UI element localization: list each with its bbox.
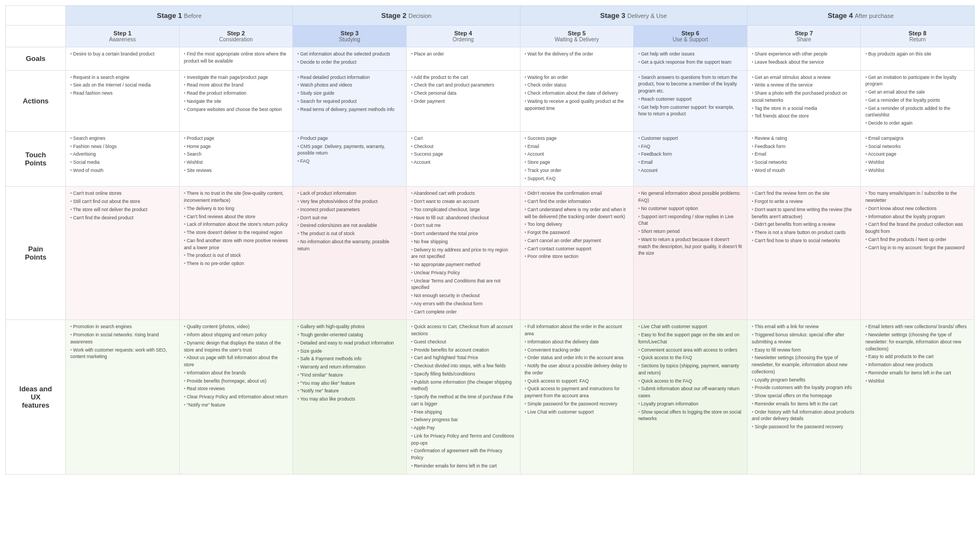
- list-item: Can't understand where is my order and w…: [525, 206, 629, 220]
- list-item: Feedback form: [638, 151, 743, 158]
- cell-content-ideas-step4: Quick access to Cart, Checkout from all …: [411, 323, 516, 469]
- list-item: Dynamic design that displays the status …: [184, 340, 289, 354]
- list-item: Social media: [70, 159, 175, 166]
- cell-touchpoints-step7: Review & ratingFeedback formEmailSocial …: [747, 131, 861, 187]
- stage-1-header: Stage 1 Before: [66, 6, 293, 26]
- list-item: Get an email stimulus about a review: [752, 74, 856, 81]
- list-item: Order status and order info in the accou…: [525, 354, 629, 361]
- list-item: Full information about the order in the …: [525, 323, 629, 337]
- list-item: Search engines: [70, 135, 175, 142]
- list-item: Forgot to write a review: [752, 198, 856, 205]
- cell-content-actions-step1: Request in a search engineSee ads on the…: [70, 74, 175, 97]
- list-item: Simple password for the password recover…: [525, 401, 629, 408]
- list-item: Specify the method at the time of purcha…: [411, 393, 516, 408]
- step-7-label: Step 7: [750, 30, 859, 36]
- cell-content-touchpoints-step5: Success pageEmailAccountStore pageTrack …: [525, 135, 629, 182]
- list-item: Leave feedback about the service: [752, 59, 856, 66]
- list-item: Can't find reviews about the store: [184, 213, 289, 220]
- cell-actions-step2: Investigate the main page/product pageRe…: [179, 70, 293, 131]
- list-item: Tell friends about the store: [752, 113, 856, 120]
- step-8-header: Step 8 Return: [861, 26, 975, 47]
- cell-content-goals-step6: Get help with order issuesGet a quick re…: [638, 51, 743, 66]
- list-item: Lack of product information: [297, 190, 402, 197]
- cell-content-actions-step8: Get an invitation to participate in the …: [865, 74, 970, 127]
- list-item: Link for Privacy Policy and Terms and Co…: [411, 433, 516, 447]
- cell-content-actions-step3: Read detailed product informationWatch p…: [297, 74, 402, 113]
- list-item: Have to fill out: abandoned checkout: [411, 214, 516, 221]
- stage-3-header: Stage 3 Delivery & Use: [520, 6, 747, 26]
- cell-content-ideas-step6: Live Chat with customer supportEasy to f…: [638, 323, 743, 422]
- cell-painpoints-step8: Too many emails/spam in / subscribe to t…: [861, 187, 975, 320]
- list-item: Detailed and easy to read product inform…: [297, 340, 402, 347]
- cell-actions-step7: Get an email stimulus about a reviewWrit…: [747, 70, 861, 131]
- list-item: Apple Pay: [411, 424, 516, 432]
- step-5-header: Step 5 Waiting & Delivery: [520, 26, 634, 47]
- list-item: Newsletter settings (choosing the type o…: [865, 331, 970, 352]
- cell-content-touchpoints-step8: Email campaignsSocial networksAccount pa…: [865, 135, 970, 174]
- list-item: Cart and highlighted Total Price: [411, 354, 516, 361]
- cell-ideas-step2: Quality content (photos, video)Inform ab…: [179, 320, 293, 474]
- list-item: Reach customer support: [638, 96, 743, 103]
- list-item: Watch photos and videos: [297, 82, 402, 89]
- step-2-header: Step 2 Consideration: [179, 26, 293, 47]
- cell-goals-step4: Place an order: [406, 47, 520, 71]
- list-item: Real store reviews: [184, 385, 289, 392]
- list-item: No general information about possible pr…: [638, 190, 743, 204]
- list-item: Quick access to the FAQ: [638, 354, 743, 361]
- step-8-label: Step 8: [863, 30, 972, 36]
- cell-content-actions-step2: Investigate the main page/product pageRe…: [184, 74, 289, 113]
- row-touchpoints: Touch PointsSearch enginesFashion news /…: [6, 131, 975, 187]
- list-item: Single password for the password recover…: [752, 423, 856, 430]
- step-6-label: Step 6: [636, 30, 745, 36]
- list-item: This email with a link for review: [752, 323, 856, 330]
- list-item: Order payment: [411, 98, 516, 105]
- list-item: Product page: [297, 135, 402, 142]
- list-item: Wishlist: [184, 159, 289, 166]
- cell-content-painpoints-step3: Lack of product informationVery few phot…: [297, 190, 402, 252]
- cell-painpoints-step3: Lack of product informationVery few phot…: [293, 187, 407, 320]
- cell-content-touchpoints-step6: Customer supportFAQFeedback formEmailAcc…: [638, 135, 743, 174]
- list-item: Tough gender-oriented catalog: [297, 331, 402, 339]
- list-item: Provide benefits for account creation: [411, 347, 516, 354]
- list-item: Provide benefits (homepage, about us): [184, 378, 289, 385]
- list-item: Don't know about new collections: [865, 205, 970, 212]
- cell-content-actions-step4: Add the product to the cartCheck the car…: [411, 74, 516, 105]
- cell-touchpoints-step1: Search enginesFashion news / blogsAdvert…: [66, 131, 180, 187]
- list-item: Get a quick response from the support te…: [638, 59, 743, 66]
- cell-content-goals-step2: Find the most appropriate online store w…: [184, 51, 289, 65]
- list-item: Desire to buy a certain branded product: [70, 51, 175, 58]
- list-item: Word of mouth: [70, 167, 175, 174]
- list-item: Information about the delivery date: [525, 339, 629, 346]
- list-item: Read the product information: [184, 90, 289, 97]
- list-item: Home page: [184, 143, 289, 150]
- step-6-header: Step 6 Use & Support: [634, 26, 748, 47]
- cell-touchpoints-step5: Success pageEmailAccountStore pageTrack …: [520, 131, 634, 187]
- list-item: Guest checkout: [411, 339, 516, 346]
- list-item: Publish some information (the cheaper sh…: [411, 379, 516, 393]
- list-item: Get information about the selected produ…: [297, 51, 402, 58]
- list-item: Waiting to receive a good quality produc…: [525, 98, 629, 112]
- list-item: Size guide: [297, 348, 402, 355]
- list-item: You may also like products: [297, 396, 402, 403]
- list-item: Feedback form: [752, 143, 856, 150]
- list-item: Triggered bonus stimulus: special offer …: [752, 331, 856, 346]
- list-item: Tag the store in a social media: [752, 105, 856, 112]
- step-3-label: Step 3: [295, 30, 404, 36]
- list-item: "Notify me" feature: [184, 402, 289, 409]
- list-item: Wishlist: [865, 167, 970, 174]
- list-item: Promotion in social networks: rising bra…: [70, 331, 175, 346]
- cell-touchpoints-step3: Product pageCMS page: Delivery, payments…: [293, 131, 407, 187]
- step-7-sub: Share: [750, 36, 859, 42]
- cell-content-actions-step6: Search answers to questions from to retu…: [638, 74, 743, 118]
- list-item: Email: [525, 143, 629, 150]
- cell-painpoints-step5: Didn't receive the confirmation emailCan…: [520, 187, 634, 320]
- cell-touchpoints-step2: Product pageHome pageSearchWishlistSite …: [179, 131, 293, 187]
- list-item: Can't log in to my account: forgot the p…: [865, 244, 970, 251]
- list-item: The product is out of stock: [297, 230, 402, 237]
- list-item: Confirmation of agreement with the Priva…: [411, 447, 516, 461]
- row-label-painpoints: Pain Points: [6, 187, 66, 320]
- cell-goals-step1: Desire to buy a certain branded product: [66, 47, 180, 71]
- list-item: Order history with full information abou…: [752, 409, 856, 423]
- list-item: Sections by topics (shipping, payment, w…: [638, 362, 743, 377]
- list-item: Can't find the review form on the site: [752, 190, 856, 197]
